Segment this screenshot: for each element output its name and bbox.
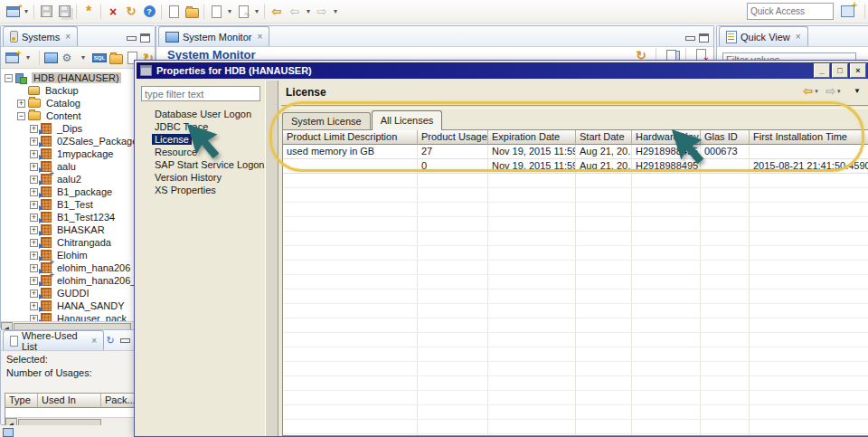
- expand-icon[interactable]: +: [30, 150, 38, 158]
- wizard-button[interactable]: *: [80, 3, 98, 21]
- expand-icon[interactable]: +: [30, 138, 38, 146]
- tree-item[interactable]: +_Dips: [1, 122, 155, 135]
- table-row[interactable]: 0Nov 19, 2015 11:59...Aug 21, 20...H2918…: [283, 159, 868, 174]
- column-header[interactable]: Product Usage: [418, 130, 488, 145]
- dialog-nav-item[interactable]: XS Properties: [141, 184, 264, 196]
- refresh-button[interactable]: ↻: [104, 334, 117, 347]
- import-button[interactable]: [165, 3, 183, 21]
- next-annotation-dropdown[interactable]: ▾: [252, 3, 261, 21]
- tree-item[interactable]: +BHASKAR: [1, 223, 155, 236]
- configuration-button[interactable]: ⚙: [59, 50, 75, 66]
- expand-icon[interactable]: +: [30, 290, 38, 298]
- minimize-button[interactable]: _: [814, 63, 830, 78]
- dialog-nav-item[interactable]: Version History: [141, 171, 264, 184]
- tab-quick-view[interactable]: Quick View ×: [719, 26, 808, 46]
- expand-icon[interactable]: +: [30, 163, 38, 171]
- tree-item[interactable]: +1mypackage: [1, 147, 155, 160]
- back-button[interactable]: ⇦: [286, 3, 304, 21]
- close-icon[interactable]: ×: [796, 32, 801, 42]
- sql-console-button[interactable]: SQL: [91, 50, 108, 66]
- tree-item[interactable]: −HDB (HANAUSER): [1, 71, 155, 84]
- save-all-button[interactable]: [55, 3, 73, 21]
- collapse-icon[interactable]: −: [5, 74, 13, 82]
- back-icon[interactable]: ⇦: [803, 84, 813, 98]
- minimize-icon[interactable]: [127, 36, 137, 41]
- forward-dropdown[interactable]: ▾: [331, 3, 340, 21]
- tree-item[interactable]: Backup: [1, 84, 155, 97]
- expand-icon[interactable]: +: [30, 188, 38, 196]
- table-row[interactable]: used memory in GB27Nov 19, 2015 11:59...…: [283, 145, 868, 159]
- tree-item[interactable]: +aalu2: [1, 173, 155, 185]
- tree-item[interactable]: +Chitrangada: [1, 236, 155, 249]
- dialog-title-bar[interactable]: Properties for HDB (HANAUSER) _ □ ×: [137, 62, 868, 79]
- column-header[interactable]: Start Date: [576, 130, 632, 145]
- column-header[interactable]: First Installation Time: [750, 130, 868, 145]
- tree-item[interactable]: +0ZSales_Package: [1, 135, 155, 147]
- tab-all-licenses[interactable]: All Licenses: [372, 110, 443, 130]
- expand-icon[interactable]: +: [30, 252, 38, 260]
- close-icon[interactable]: ×: [257, 32, 262, 42]
- help-button[interactable]: ?: [140, 3, 158, 21]
- tree-item[interactable]: +HANA_SANDY: [1, 299, 155, 312]
- expand-icon[interactable]: +: [17, 100, 25, 108]
- view-menu-icon[interactable]: ▼: [854, 87, 861, 95]
- expand-icon[interactable]: +: [30, 201, 38, 209]
- maximize-button[interactable]: □: [832, 63, 848, 78]
- tree-item[interactable]: +B1_package: [1, 185, 155, 198]
- maximize-icon[interactable]: [699, 33, 709, 43]
- splitter-sash[interactable]: [265, 81, 278, 436]
- save-button[interactable]: [37, 3, 55, 21]
- tab-where-used[interactable]: Where-Used List ×: [3, 330, 104, 350]
- collapse-icon[interactable]: −: [17, 112, 25, 120]
- expand-icon[interactable]: +: [30, 239, 38, 247]
- column-header[interactable]: Used In: [38, 394, 101, 408]
- revert-button[interactable]: ↻: [122, 3, 140, 21]
- close-button[interactable]: ×: [850, 63, 866, 78]
- tree-item[interactable]: +Elohim: [1, 249, 155, 261]
- close-icon[interactable]: ×: [65, 32, 71, 42]
- configuration-dropdown[interactable]: ▾: [75, 50, 91, 66]
- expand-icon[interactable]: +: [30, 176, 38, 184]
- dialog-nav-item[interactable]: License: [141, 133, 264, 146]
- column-header[interactable]: Hardware Key: [632, 130, 701, 145]
- last-edit-dropdown[interactable]: ▾: [225, 3, 234, 21]
- tab-system-license[interactable]: System License: [282, 112, 371, 129]
- delete-button[interactable]: ×: [104, 3, 122, 21]
- column-header[interactable]: Type: [5, 394, 38, 408]
- quick-access-input[interactable]: [747, 3, 834, 20]
- minimize-icon[interactable]: [120, 338, 130, 343]
- tree-item[interactable]: +elohim_hana206_sec: [1, 274, 155, 287]
- next-annotation-button[interactable]: ↷: [234, 3, 252, 21]
- column-header[interactable]: Glas ID: [701, 130, 750, 145]
- expand-icon[interactable]: +: [30, 315, 38, 322]
- tab-systems[interactable]: Systems ×: [3, 26, 78, 46]
- forward-dropdown[interactable]: ▾: [837, 88, 846, 95]
- column-header[interactable]: Product Limit Description: [283, 130, 418, 145]
- add-system-button[interactable]: +: [4, 50, 20, 66]
- expand-icon[interactable]: +: [30, 277, 38, 285]
- system-monitor-button[interactable]: [42, 50, 59, 66]
- expand-icon[interactable]: +: [30, 264, 38, 272]
- open-file-button[interactable]: [183, 3, 201, 21]
- forward-icon[interactable]: ⇨: [826, 84, 835, 98]
- dialog-nav-item[interactable]: SAP Start Service Logon: [141, 158, 264, 171]
- new-button[interactable]: *: [4, 3, 22, 21]
- tree-item[interactable]: −Content: [1, 109, 155, 122]
- tree-item[interactable]: +B1_Test: [1, 198, 155, 211]
- tree-item[interactable]: +B1_Test1234: [1, 211, 155, 223]
- dialog-nav-item[interactable]: Resource: [141, 146, 264, 158]
- tab-system-monitor[interactable]: System Monitor ×: [158, 26, 269, 46]
- dialog-nav-item[interactable]: Database User Logon: [141, 108, 264, 120]
- tree-item[interactable]: +aalu: [1, 160, 155, 173]
- last-edit-button[interactable]: ↓: [207, 3, 225, 21]
- dialog-filter-input[interactable]: [141, 86, 260, 101]
- add-system-dropdown[interactable]: ▾: [20, 50, 36, 66]
- back-dropdown[interactable]: ▾: [815, 88, 824, 95]
- find-table-button[interactable]: [108, 50, 124, 66]
- expand-icon[interactable]: +: [30, 226, 38, 234]
- expand-icon[interactable]: +: [30, 125, 38, 133]
- maximize-icon[interactable]: [140, 33, 150, 43]
- forward-button[interactable]: ⇨: [313, 3, 331, 21]
- new-dropdown[interactable]: ▾: [22, 3, 31, 21]
- minimize-icon[interactable]: [685, 36, 695, 41]
